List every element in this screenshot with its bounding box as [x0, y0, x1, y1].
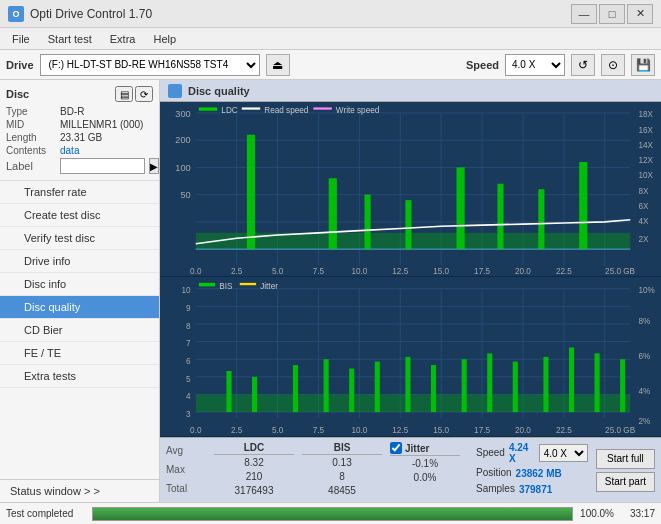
disc-section-title: Disc [6, 88, 29, 100]
sidebar-item-drive-info[interactable]: Drive info [0, 250, 159, 273]
svg-text:10X: 10X [639, 170, 654, 180]
svg-rect-87 [513, 362, 518, 413]
svg-rect-118 [240, 283, 256, 285]
maximize-button[interactable]: □ [599, 4, 625, 24]
status-window-label: Status window > > [10, 485, 100, 497]
menu-help[interactable]: Help [145, 31, 184, 47]
start-full-button[interactable]: Start full [596, 449, 655, 469]
disc-label-input[interactable] [60, 158, 145, 174]
cd-bier-label: CD Bier [24, 324, 63, 336]
disc-icon-btn2[interactable]: ⟳ [135, 86, 153, 102]
stats-jitter-col: Jitter -0.1% 0.0% [390, 442, 460, 498]
sidebar-item-fe-te[interactable]: FE / TE [0, 342, 159, 365]
svg-rect-80 [324, 360, 329, 413]
stats-jitter-max: 0.0% [390, 471, 460, 485]
menu-starttest[interactable]: Start test [40, 31, 100, 47]
main-area: Disc ▤ ⟳ Type BD-R MID MILLENMR1 (000) L… [0, 80, 661, 502]
minimize-button[interactable]: — [571, 4, 597, 24]
speed-label: Speed [466, 59, 499, 71]
speed-select-small[interactable]: 4.0 X [539, 444, 588, 462]
extra-tests-label: Extra tests [24, 370, 76, 382]
svg-rect-19 [247, 135, 255, 249]
disc-mid-key: MID [6, 119, 56, 130]
svg-text:BIS: BIS [219, 281, 232, 292]
save-button[interactable]: 💾 [631, 54, 655, 76]
disc-label-go-button[interactable]: ▶ [149, 158, 159, 174]
svg-text:17.5: 17.5 [474, 266, 490, 276]
svg-rect-88 [543, 357, 548, 412]
svg-rect-84 [431, 366, 436, 413]
samples-label: Samples [476, 482, 515, 496]
disc-mid-val: MILLENMR1 (000) [60, 119, 143, 130]
svg-text:25.0 GB: 25.0 GB [605, 425, 635, 436]
fe-te-label: FE / TE [24, 347, 61, 359]
sidebar-item-create-test-disc[interactable]: Create test disc [0, 204, 159, 227]
svg-rect-21 [364, 195, 370, 250]
svg-rect-116 [199, 283, 215, 287]
svg-text:5.0: 5.0 [272, 425, 283, 436]
drive-info-label: Drive info [24, 255, 70, 267]
disc-quality-label: Disc quality [24, 301, 80, 313]
sidebar-item-transfer-rate[interactable]: Transfer rate [0, 181, 159, 204]
svg-text:100: 100 [175, 161, 190, 172]
svg-rect-18 [196, 233, 631, 249]
sidebar-item-extra-tests[interactable]: Extra tests [0, 365, 159, 388]
svg-rect-26 [579, 162, 587, 249]
sidebar-item-disc-info[interactable]: Disc info [0, 273, 159, 296]
speed-select[interactable]: 4.0 X [505, 54, 565, 76]
svg-text:4X: 4X [639, 216, 649, 226]
scan-button[interactable]: ⊙ [601, 54, 625, 76]
svg-rect-77 [226, 371, 231, 412]
svg-rect-51 [199, 107, 217, 110]
svg-text:4%: 4% [639, 386, 651, 397]
menu-file[interactable]: File [4, 31, 38, 47]
disc-header: Disc ▤ ⟳ [6, 86, 153, 102]
charts-container: 300 200 100 50 18X 16X 14X 12X 10X 8X 6X… [160, 102, 661, 437]
titlebar: O Opti Drive Control 1.70 — □ ✕ [0, 0, 661, 28]
eject-button[interactable]: ⏏ [266, 54, 290, 76]
sidebar-item-cd-bier[interactable]: CD Bier [0, 319, 159, 342]
svg-text:20.0: 20.0 [515, 425, 531, 436]
start-part-button[interactable]: Start part [596, 472, 655, 492]
svg-rect-79 [293, 366, 298, 413]
svg-text:7.5: 7.5 [313, 266, 325, 276]
window-controls: — □ ✕ [571, 4, 653, 24]
stats-speed-section: Speed 4.24 X 4.0 X Position 23862 MB Sam… [476, 442, 588, 498]
svg-rect-25 [538, 189, 544, 249]
sidebar: Disc ▤ ⟳ Type BD-R MID MILLENMR1 (000) L… [0, 80, 160, 502]
svg-text:20.0: 20.0 [515, 266, 531, 276]
svg-rect-82 [375, 362, 380, 413]
disc-icon-btn1[interactable]: ▤ [115, 86, 133, 102]
drive-toolbar: Drive (F:) HL-DT-ST BD-RE WH16NS58 TST4 … [0, 50, 661, 80]
jitter-checkbox[interactable] [390, 442, 402, 454]
position-value: 23862 MB [516, 468, 562, 479]
sidebar-item-verify-test-disc[interactable]: Verify test disc [0, 227, 159, 250]
bis-chart-svg: 10 9 8 7 6 5 4 3 10% 8% 6% 4% 2% 0.0 2 [160, 277, 661, 436]
svg-text:22.5: 22.5 [556, 425, 572, 436]
svg-text:7: 7 [186, 338, 191, 349]
svg-text:0.0: 0.0 [190, 266, 202, 276]
progress-percent: 100.0% [579, 508, 614, 519]
disc-quality-icon [168, 84, 182, 98]
svg-rect-23 [457, 167, 465, 249]
close-button[interactable]: ✕ [627, 4, 653, 24]
svg-rect-91 [620, 360, 625, 413]
svg-text:9: 9 [186, 303, 191, 314]
disc-info-label: Disc info [24, 278, 66, 290]
svg-text:6%: 6% [639, 351, 651, 362]
sidebar-item-disc-quality[interactable]: Disc quality [0, 296, 159, 319]
app-title: Opti Drive Control 1.70 [30, 7, 152, 21]
svg-rect-86 [487, 354, 492, 413]
drive-select[interactable]: (F:) HL-DT-ST BD-RE WH16NS58 TST4 [40, 54, 260, 76]
status-window-button[interactable]: Status window > > [0, 479, 159, 502]
refresh-button[interactable]: ↺ [571, 54, 595, 76]
ldc-chart: 300 200 100 50 18X 16X 14X 12X 10X 8X 6X… [160, 102, 661, 277]
svg-text:10.0: 10.0 [351, 425, 367, 436]
svg-text:200: 200 [175, 134, 190, 145]
menubar: File Start test Extra Help [0, 28, 661, 50]
stats-bis-max: 8 [302, 470, 382, 484]
svg-text:15.0: 15.0 [433, 425, 449, 436]
svg-rect-85 [462, 360, 467, 413]
stats-total-label: Total [166, 482, 206, 496]
menu-extra[interactable]: Extra [102, 31, 144, 47]
